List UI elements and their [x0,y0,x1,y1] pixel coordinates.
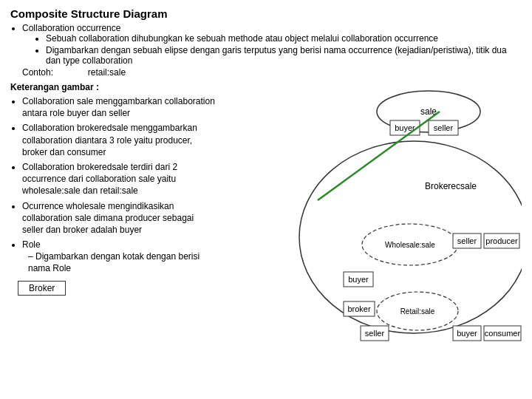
buyer2-label: buyer [348,275,369,284]
keterangan-list: Collaboration sale menggambarkan collabo… [22,95,217,275]
page-title: Composite Structure Diagram [10,7,522,20]
broker-box: Broker [18,281,66,296]
seller-label: seller [434,123,454,132]
main-content: Keterangan gambar : Collaboration sale m… [10,82,522,363]
diagram-area: sale buyer seller Brokerecsale Wholesale… [225,82,522,363]
contoh-label: Contoh: [22,67,53,78]
producer-label: producer [485,236,518,245]
page: Composite Structure Diagram Collaboratio… [0,0,532,399]
keterangan-item-4: Ocurrence wholesale mengindikasikan coll… [22,200,217,236]
retail-label: Retail:sale [400,307,435,316]
bullet-2: Digambarkan dengan sebuah elipse dengan … [46,45,522,66]
brokerecsale-label: Brokerecsale [425,181,477,191]
section-label: Collaboration occurrence [22,23,120,33]
role-sub: – Digambarkan dengan kotak dengan berisi… [28,250,217,274]
contoh-line: Contoh: retail:sale [22,67,522,78]
bullet-1: Sebuah collaboration dihubungkan ke sebu… [46,33,522,44]
keterangan-item-3: Collaboration brokeredsale terdiri dari … [22,161,217,197]
broker-label: broker [347,304,371,313]
keterangan-title: Keterangan gambar : [10,82,217,92]
section-collaboration: Collaboration occurrence Sebuah collabor… [22,23,522,66]
keterangan-item-2: Collaboration brokeredsale menggambarkan… [22,122,217,158]
buyer3-label: buyer [457,329,477,338]
seller3-label: seller [457,236,477,245]
keterangan-item-5: Role – Digambarkan dengan kotak dengan b… [22,239,217,275]
contoh-value: retail:sale [88,67,126,78]
broker-box-area: Broker [18,281,217,296]
consumer-label: consumer [485,329,521,338]
left-text-panel: Keterangan gambar : Collaboration sale m… [10,82,217,363]
wholesale-label: Wholesale:sale [385,241,435,249]
keterangan-item-1: Collaboration sale menggambarkan collabo… [22,95,217,119]
seller2-label: seller [365,329,385,338]
diagram-svg: sale buyer seller Brokerecsale Wholesale… [225,82,522,363]
